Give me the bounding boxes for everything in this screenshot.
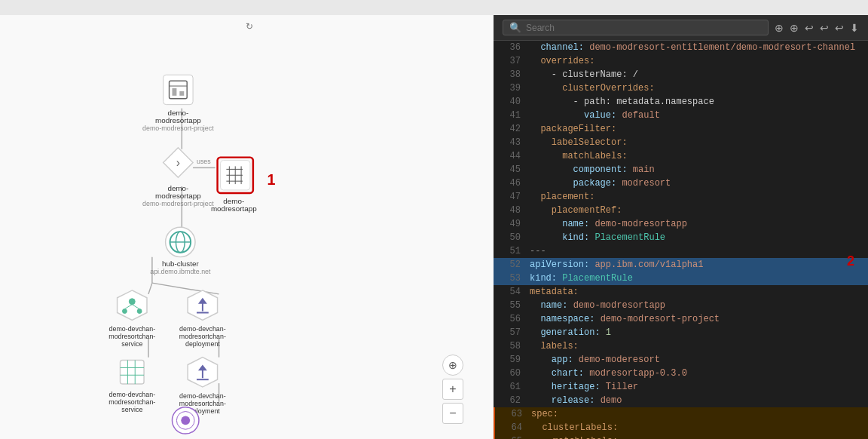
line-number: 44 xyxy=(500,151,521,161)
code-line-52: 52apiVersion: app.ibm.com/v1alpha1 xyxy=(494,258,868,272)
line-number: 60 xyxy=(500,368,521,379)
svg-point-42 xyxy=(122,309,127,314)
line-number: 54 xyxy=(500,287,521,297)
svg-text:deployment: deployment xyxy=(185,340,220,348)
search-box[interactable]: 🔍 xyxy=(503,20,769,35)
line-text: matchLabels: xyxy=(531,436,618,439)
line-text: overrides: xyxy=(530,56,594,66)
line-text: package: modresort xyxy=(530,178,671,189)
line-number: 43 xyxy=(500,137,521,148)
line-number: 39 xyxy=(500,83,521,94)
node-subscription: › demo- modresortapp demo-modresort-proj… xyxy=(142,148,214,207)
line-number: 63 xyxy=(501,409,522,419)
main-container: ↻ uses xyxy=(0,15,868,439)
code-line-40: 40 - path: metadata.namespace xyxy=(494,95,868,109)
svg-text:demo-modresort-project: demo-modresort-project xyxy=(142,200,214,207)
code-line-58: 58 labels: xyxy=(494,339,868,353)
toolbar-icon-2[interactable]: ⊕ xyxy=(790,22,799,34)
code-line-45: 45 component: main xyxy=(494,163,868,177)
toolbar-icon-1[interactable]: ⊕ xyxy=(775,22,784,34)
line-text: --- xyxy=(530,246,546,256)
line-text: - clusterName: / xyxy=(530,69,638,80)
toolbar-icon-download[interactable]: ⬇ xyxy=(850,22,859,34)
line-number: 45 xyxy=(500,164,521,175)
zoom-in-button[interactable]: + xyxy=(442,379,463,400)
search-input[interactable] xyxy=(526,23,762,33)
code-line-64: 64 clusterLabels: xyxy=(494,421,868,434)
svg-text:modresortapp: modresortapp xyxy=(155,116,201,124)
line-text: matchLabels: xyxy=(530,151,628,161)
line-text: placementRef: xyxy=(530,205,622,216)
line-text: namespace: demo-modresort-project xyxy=(530,314,720,324)
editor-toolbar: 🔍 ⊕ ⊕ ↩ ↩ ↩ ⬇ xyxy=(494,15,868,41)
search-icon: 🔍 xyxy=(509,22,521,33)
toolbar-icon-undo3[interactable]: ↩ xyxy=(835,22,844,34)
toolbar-icons: ⊕ ⊕ ↩ ↩ ↩ ⬇ xyxy=(775,22,859,34)
line-number: 62 xyxy=(500,395,521,406)
line-number: 58 xyxy=(500,341,521,352)
line-number: 42 xyxy=(500,124,521,134)
svg-rect-56 xyxy=(121,361,145,385)
svg-text:modresortchan-: modresortchan- xyxy=(179,400,226,407)
svg-point-43 xyxy=(137,309,142,314)
code-line-39: 39 clusterOverrides: xyxy=(494,81,868,95)
line-text: apiVersion: app.ibm.com/v1alpha1 xyxy=(530,259,703,270)
line-text: component: main xyxy=(530,164,655,175)
toolbar-icon-undo1[interactable]: ↩ xyxy=(805,22,814,34)
line-number: 46 xyxy=(500,178,521,189)
code-line-56: 56 namespace: demo-modresort-project xyxy=(494,312,868,326)
top-bar xyxy=(0,0,868,15)
line-text: - path: metadata.namespace xyxy=(530,97,714,107)
svg-point-73 xyxy=(181,416,190,425)
svg-rect-13 xyxy=(172,88,176,96)
line-number: 40 xyxy=(500,97,521,107)
line-text: release: demo xyxy=(530,395,622,406)
svg-text:modresortchan-: modresortchan- xyxy=(108,398,155,406)
svg-line-5 xyxy=(148,283,152,294)
svg-text:api.demo.ibmdte.net: api.demo.ibmdte.net xyxy=(150,268,211,275)
node-service-1: demo-devchan- modresortchan- service xyxy=(108,290,155,348)
code-line-55: 55 name: demo-modresortapp xyxy=(494,299,868,312)
line-text: kind: PlacementRule xyxy=(530,232,665,243)
line-text: labelSelector: xyxy=(530,137,628,148)
line-text: heritage: Tiller xyxy=(530,382,638,392)
line-number: 59 xyxy=(500,355,521,365)
code-line-47: 47 placement: xyxy=(494,190,868,204)
code-line-65: 65 matchLabels: xyxy=(494,434,868,439)
line-text: labels: xyxy=(530,341,579,352)
svg-text:uses: uses xyxy=(197,158,211,165)
line-text: channel: demo-modresort-entitlement/demo… xyxy=(530,42,855,53)
code-line-63: 63spec: xyxy=(494,407,868,421)
line-number: 37 xyxy=(500,56,521,66)
code-line-62: 62 release: demo xyxy=(494,394,868,407)
code-line-57: 57 generation: 1 xyxy=(494,326,868,339)
line-number: 48 xyxy=(500,205,521,216)
svg-text:service: service xyxy=(121,406,142,413)
refresh-icon[interactable]: ↻ xyxy=(246,21,253,32)
svg-text:service: service xyxy=(121,340,142,348)
line-number: 55 xyxy=(500,300,521,311)
node-hub-cluster: hub-cluster api.demo.ibmdte.net xyxy=(150,227,211,275)
code-line-54: 54metadata: xyxy=(494,285,868,299)
svg-text:›: › xyxy=(176,156,180,169)
line-number: 64 xyxy=(501,422,522,433)
zoom-out-button[interactable]: − xyxy=(442,403,463,424)
line-number: 49 xyxy=(500,219,521,229)
line-text: placement: xyxy=(530,192,594,202)
svg-text:modresortapp: modresortapp xyxy=(155,192,201,200)
toolbar-icon-undo2[interactable]: ↩ xyxy=(820,22,829,34)
svg-marker-40 xyxy=(118,290,147,320)
line-text: name: demo-modresortapp xyxy=(530,300,665,311)
svg-text:hub-cluster: hub-cluster xyxy=(162,259,199,268)
line-number: 41 xyxy=(500,110,521,121)
svg-rect-10 xyxy=(164,75,193,104)
code-line-51: 51--- xyxy=(494,244,868,258)
line-number: 65 xyxy=(501,436,522,439)
editor-content[interactable]: 36 channel: demo-modresort-entitlement/d… xyxy=(494,41,868,439)
topology-header: ↻ xyxy=(0,15,494,38)
svg-point-41 xyxy=(129,299,135,305)
code-line-53: 53kind: PlacementRule xyxy=(494,272,868,285)
line-text: kind: PlacementRule xyxy=(530,273,633,284)
code-line-37: 37 overrides: xyxy=(494,54,868,68)
center-map-button[interactable]: ⊕ xyxy=(442,355,463,376)
